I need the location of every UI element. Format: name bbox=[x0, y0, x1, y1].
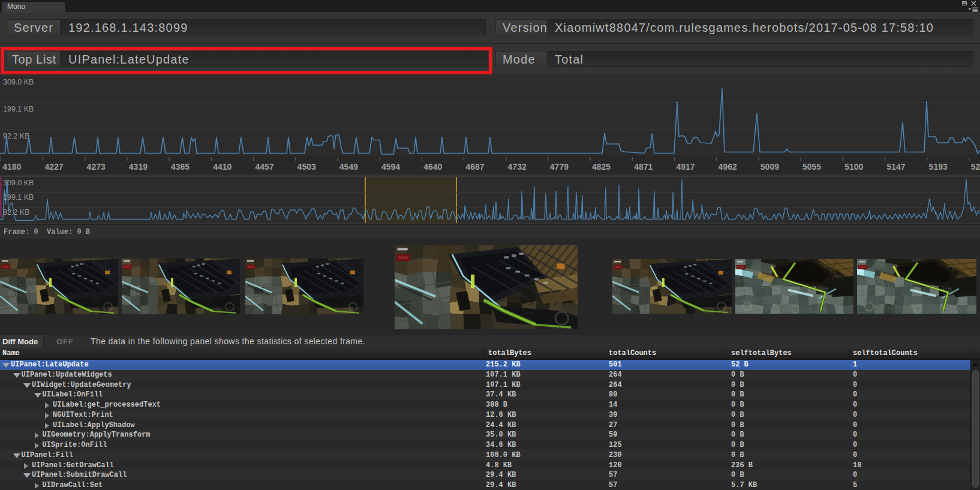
svg-text:4457: 4457 bbox=[255, 162, 273, 172]
svg-text:92.2 KB: 92.2 KB bbox=[3, 208, 29, 217]
svg-text:309.0 KB: 309.0 KB bbox=[3, 78, 34, 86]
svg-text:5147: 5147 bbox=[886, 162, 905, 172]
svg-text:4410: 4410 bbox=[213, 162, 232, 172]
svg-text:5193: 5193 bbox=[929, 162, 948, 172]
svg-text:4227: 4227 bbox=[44, 162, 63, 172]
svg-text:4871: 4871 bbox=[634, 162, 653, 172]
svg-text:4594: 4594 bbox=[381, 162, 400, 172]
svg-text:5100: 5100 bbox=[844, 162, 863, 172]
svg-text:4917: 4917 bbox=[676, 162, 695, 172]
svg-text:5239: 5239 bbox=[971, 162, 980, 172]
svg-text:4319: 4319 bbox=[129, 162, 148, 172]
svg-text:4180: 4180 bbox=[2, 162, 21, 172]
svg-text:4687: 4687 bbox=[465, 162, 484, 172]
svg-text:309.0 KB: 309.0 KB bbox=[3, 179, 34, 187]
svg-text:4732: 4732 bbox=[508, 162, 527, 172]
svg-text:5055: 5055 bbox=[802, 162, 821, 172]
svg-text:4640: 4640 bbox=[423, 162, 442, 172]
svg-text:4549: 4549 bbox=[339, 162, 358, 172]
svg-text:4503: 4503 bbox=[297, 162, 316, 172]
svg-text:4273: 4273 bbox=[87, 162, 106, 172]
svg-text:4779: 4779 bbox=[550, 162, 569, 172]
svg-text:4365: 4365 bbox=[171, 162, 190, 172]
svg-text:4825: 4825 bbox=[592, 162, 611, 172]
svg-text:5009: 5009 bbox=[760, 162, 779, 172]
svg-text:199.1 KB: 199.1 KB bbox=[3, 105, 34, 113]
svg-text:199.1 KB: 199.1 KB bbox=[3, 193, 34, 202]
svg-text:4962: 4962 bbox=[719, 162, 737, 172]
